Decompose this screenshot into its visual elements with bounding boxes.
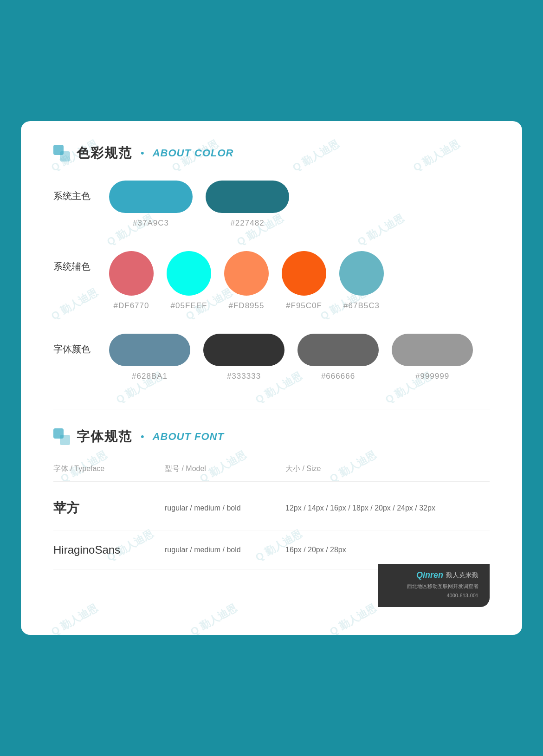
accent-swatches: #DF6770 #05FEEF #FD8955 #F95C0F (109, 251, 384, 310)
primary-label: 系统主色 (53, 181, 109, 202)
font-color-3 (297, 334, 379, 366)
font-color-swatches: #628BA1 #333333 #666666 #999999 (109, 334, 473, 381)
font-color-1 (109, 334, 190, 366)
accent-color-group: 系统辅色 #DF6770 #05FEEF #FD8955 (53, 251, 490, 310)
header-typeface: 字体 / Typeface (53, 464, 165, 474)
footer-brand-en: Qinren (416, 570, 443, 580)
accent-hex-4: #F95C0F (286, 301, 322, 310)
accent-color-4 (282, 251, 326, 296)
font-row-1: 苹方 rugular / medium / bold 12px / 14px /… (53, 486, 490, 530)
icon-square-2 (60, 151, 70, 162)
font-color-2 (203, 334, 284, 366)
font-model-1: rugular / medium / bold (165, 504, 285, 512)
accent-swatch-1: #DF6770 (109, 251, 154, 310)
footer-bar: Qinren 勤人克米勤 西北地区移动互联网开发调查者 4000-613-001 (378, 564, 490, 607)
primary-swatch-1: #37A9C3 (109, 181, 193, 228)
primary-color-group: 系统主色 #37A9C3 #227482 (53, 181, 490, 228)
section-divider (53, 409, 490, 409)
accent-swatch-5: #67B5C3 (339, 251, 384, 310)
accent-color-2 (167, 251, 211, 296)
font-hex-3: #666666 (321, 372, 355, 381)
accent-swatch-2: #05FEEF (167, 251, 211, 310)
font-color-4 (392, 334, 473, 366)
color-title-cn: 色彩规范 (77, 144, 132, 162)
font-swatch-1: #628BA1 (109, 334, 190, 381)
font-color-group: 字体颜色 #628BA1 #333333 #666666 (53, 334, 490, 381)
font-table: 字体 / Typeface 型号 / Model 大小 / Size 苹方 ru… (53, 464, 490, 570)
font-section-icon (53, 428, 70, 445)
font-sizes-2: 16px / 20px / 28px (285, 546, 490, 554)
accent-hex-3: #FD8955 (229, 301, 265, 310)
font-title-dot: • (141, 431, 144, 443)
accent-swatch-4: #F95C0F (282, 251, 326, 310)
main-card: Q 勤人迪恩 Q 勤人迪恩 Q 勤人迪恩 Q 勤人迪恩 Q 勤人迪恩 Q 勤人迪… (21, 121, 522, 635)
font-section: 字体规范 • ABOUT FONT 字体 / Typeface 型号 / Mod… (53, 428, 490, 570)
primary-color-2 (206, 181, 289, 213)
font-name-cn: 苹方 (53, 499, 165, 517)
font-swatch-2: #333333 (203, 334, 284, 381)
page-content: 色彩规范 • ABOUT COLOR 系统主色 #37A9C3 #227482 (53, 144, 490, 607)
font-title-cn: 字体规范 (77, 428, 132, 446)
footer-brand-cn: 勤人克米勤 (446, 571, 478, 580)
primary-hex-2: #227482 (230, 219, 264, 228)
font-model-2: rugular / medium / bold (165, 546, 285, 554)
font-icon-square-2 (60, 435, 70, 445)
primary-swatch-2: #227482 (206, 181, 289, 228)
font-swatch-3: #666666 (297, 334, 379, 381)
color-section-icon (53, 145, 70, 162)
color-section: 色彩规范 • ABOUT COLOR 系统主色 #37A9C3 #227482 (53, 144, 490, 381)
accent-label: 系统辅色 (53, 251, 109, 273)
header-model: 型号 / Model (165, 464, 285, 474)
footer-subtitle: 西北地区移动互联网开发调查者 4000-613-001 (389, 582, 478, 601)
accent-hex-2: #05FEEF (171, 301, 207, 310)
accent-hex-1: #DF6770 (114, 301, 149, 310)
color-title-dot: • (141, 147, 144, 159)
font-section-header: 字体规范 • ABOUT FONT (53, 428, 490, 446)
accent-color-3 (224, 251, 269, 296)
footer-brand-row: Qinren 勤人克米勤 (389, 570, 478, 580)
footer-phone: 4000-613-001 (389, 591, 478, 601)
primary-hex-1: #37A9C3 (133, 219, 169, 228)
font-hex-1: #628BA1 (132, 372, 168, 381)
primary-color-1 (109, 181, 193, 213)
font-name-en: HiraginoSans (53, 543, 165, 556)
accent-color-5 (339, 251, 384, 296)
footer-subtitle-line1: 西北地区移动互联网开发调查者 (389, 582, 478, 591)
accent-hex-5: #67B5C3 (343, 301, 380, 310)
font-title-en: ABOUT FONT (153, 431, 224, 443)
color-title-en: ABOUT COLOR (153, 147, 234, 159)
accent-swatch-3: #FD8955 (224, 251, 269, 310)
color-section-header: 色彩规范 • ABOUT COLOR (53, 144, 490, 162)
font-hex-4: #999999 (415, 372, 449, 381)
primary-swatches: #37A9C3 #227482 (109, 181, 289, 228)
font-swatch-4: #999999 (392, 334, 473, 381)
font-sizes-1: 12px / 14px / 16px / 18px / 20px / 24px … (285, 504, 490, 512)
header-size: 大小 / Size (285, 464, 490, 474)
font-hex-2: #333333 (227, 372, 261, 381)
font-table-header: 字体 / Typeface 型号 / Model 大小 / Size (53, 464, 490, 482)
accent-color-1 (109, 251, 154, 296)
font-color-label: 字体颜色 (53, 334, 109, 355)
